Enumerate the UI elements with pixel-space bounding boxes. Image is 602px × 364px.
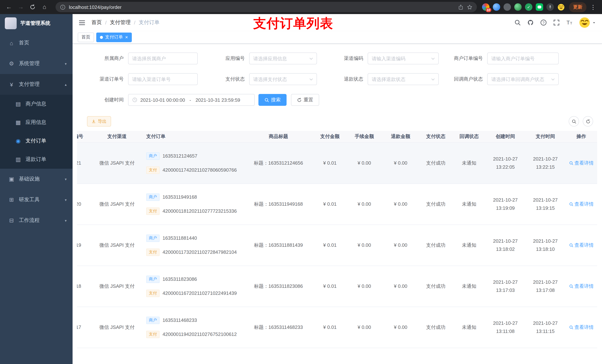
sidebar-item-merchant-info[interactable]: ▤商户信息	[0, 95, 73, 113]
check-extension-icon[interactable]: ✓	[525, 3, 532, 11]
table-row: 17微信 JSAPI 支付商户1635311468233支付4200001194…	[77, 307, 597, 348]
cell-channel: 微信 JSAPI 支付	[91, 142, 142, 184]
colorful-extension-icon[interactable]: 10	[482, 3, 489, 11]
cell-created: 2021-10-2713:17:03	[485, 266, 525, 307]
app-no-field[interactable]	[253, 56, 313, 61]
bookmark-star-icon[interactable]	[467, 4, 473, 10]
user-avatar[interactable]	[579, 17, 596, 28]
breadcrumb-home[interactable]: 首页	[91, 19, 102, 26]
site-info-icon[interactable]	[60, 4, 65, 10]
refund-status-select[interactable]	[368, 73, 439, 85]
workflow-icon: ⊟	[8, 217, 15, 224]
cell-channel: 微信 JSAPI 支付	[91, 184, 142, 225]
view-detail-link[interactable]: 查看详情	[569, 201, 594, 207]
channel-code-field[interactable]	[372, 56, 435, 61]
view-detail-link[interactable]: 查看详情	[569, 283, 594, 290]
avatar-emoji-icon	[579, 17, 590, 28]
view-detail-link[interactable]: 查看详情	[569, 242, 594, 248]
help-icon[interactable]	[540, 19, 547, 26]
merchant-order-no-field[interactable]	[491, 56, 555, 61]
cell-paid: 2021-10-2713:22:15	[525, 142, 565, 184]
github-icon[interactable]	[527, 19, 534, 26]
table-row: 20微信 JSAPI 支付商户1635311949168支付4200001181…	[77, 184, 597, 225]
sidebar-item-pay-order[interactable]: ◉支付订单	[0, 132, 73, 150]
channel-order-no-label: 渠道订单号	[77, 73, 128, 85]
view-detail-link[interactable]: 查看详情	[569, 160, 594, 166]
font-size-icon[interactable]	[566, 19, 573, 26]
create-time-range-input[interactable]: 2021-10-01 00:00:00 - 2021-10-31 23:59:5…	[128, 94, 255, 106]
export-button[interactable]: 导出	[87, 116, 111, 126]
orders-table-wrap: 编号支付渠道支付订单商品标题支付金额手续金额退款金额支付状态回调状态创建时间支付…	[77, 131, 598, 364]
cell-refund: ¥ 0.00	[382, 184, 419, 225]
app-logo[interactable]: 芋道管理系统	[0, 14, 73, 32]
date-end-value: 2021-10-31 23:59:59	[195, 97, 240, 103]
view-tab-home[interactable]: 首页	[78, 32, 94, 42]
sidebar-item-system[interactable]: ⚙系统管理▾	[0, 53, 73, 74]
sidebar-item-workflow[interactable]: ⊟工作流程▾	[0, 210, 73, 231]
channel-code-label: 渠道编码	[317, 52, 368, 64]
tab-close-icon[interactable]: ×	[125, 35, 128, 40]
url-text: localhost:1024/pay/order	[69, 4, 122, 10]
sidebar-item-payment[interactable]: ¥支付管理▴	[0, 74, 73, 95]
cell-title: 标题：1635311823086	[243, 266, 314, 307]
merchant-input[interactable]	[128, 52, 198, 64]
drop-extension-icon[interactable]	[493, 3, 500, 11]
green-extension-icon[interactable]	[514, 3, 522, 11]
sidebar-item-refund-order[interactable]: ▥退款订单	[0, 150, 73, 169]
address-bar[interactable]: localhost:1024/pay/order	[55, 2, 477, 12]
merchant-tag: 商户	[146, 234, 160, 242]
pay-status-field[interactable]	[253, 76, 313, 82]
sidebar-item-devtools[interactable]: ⊞研发工具▾	[0, 189, 73, 210]
pay-status-select[interactable]	[249, 73, 317, 85]
breadcrumb-pay-manage[interactable]: 支付管理	[110, 19, 131, 26]
refresh-table-button[interactable]	[583, 116, 593, 126]
notify-status-select[interactable]	[487, 73, 559, 85]
cell-status: 支付成功	[419, 266, 453, 307]
toolbar-right	[569, 116, 593, 126]
browser-menu-icon[interactable]: ⋮	[588, 3, 598, 10]
merchant-order-no-input[interactable]	[487, 52, 559, 64]
forward-icon[interactable]: →	[16, 2, 26, 12]
cell-notify: 未通知	[453, 225, 485, 266]
table-toolbar: 导出	[77, 116, 598, 126]
search-button[interactable]: 搜索	[258, 94, 287, 106]
channel-order-no-field[interactable]	[132, 76, 194, 82]
sidebar-toggle-icon[interactable]	[78, 19, 86, 26]
chevron-down-icon	[309, 56, 314, 61]
merchant-tag: 商户	[146, 275, 160, 283]
refund-status-field[interactable]	[372, 76, 435, 82]
app-no-select[interactable]	[249, 52, 317, 64]
browser-update-button[interactable]: 更新	[569, 2, 586, 12]
sidebar-item-app-info[interactable]: ▦应用信息	[0, 113, 73, 132]
header-search-icon[interactable]	[514, 19, 521, 26]
browser-home-icon[interactable]: ⌂	[39, 2, 50, 12]
sidebar-item-home[interactable]: ⌂首页	[0, 32, 73, 53]
tab-label: 支付订单	[105, 34, 123, 40]
view-detail-link[interactable]: 查看详情	[569, 324, 594, 331]
channel-order-no-input[interactable]	[128, 73, 198, 85]
toggle-search-button[interactable]	[569, 116, 579, 126]
merchant-field[interactable]	[132, 56, 194, 61]
gray-extension-icon[interactable]	[504, 3, 511, 11]
notify-status-field[interactable]	[491, 76, 555, 82]
cell-order: 商户1635311949168支付42000011812021102777232…	[142, 184, 243, 225]
cell-title: 标题：1635311468233	[243, 307, 314, 348]
face-extension-icon[interactable]	[557, 3, 565, 11]
sidebar-item-infra[interactable]: ▣基础设施▾	[0, 169, 73, 189]
cell-paid: 2021-10-2713:19:15	[525, 184, 565, 225]
notify-status-label: 回调商户状态	[439, 73, 487, 85]
reload-icon[interactable]	[27, 2, 38, 12]
channel-code-select[interactable]	[368, 52, 439, 64]
column-header: 创建时间	[485, 131, 525, 142]
pin-extension-icon[interactable]	[547, 3, 554, 11]
cell-fee: ¥ 0.00	[346, 307, 382, 348]
back-icon[interactable]: ←	[4, 2, 14, 12]
share-icon[interactable]	[458, 4, 463, 10]
reset-button[interactable]: 重置	[291, 94, 319, 106]
view-tab-pay-order[interactable]: 支付订单×	[96, 32, 132, 42]
fullscreen-icon[interactable]	[553, 19, 560, 26]
sidebar-item-label: 商户信息	[26, 101, 46, 107]
browser-chrome: ← → ⌂ localhost:1024/pay/order 10 ✓ 更新 ⋮	[0, 0, 602, 14]
chat-extension-icon[interactable]	[536, 3, 543, 11]
pay-tag: 支付	[146, 248, 160, 256]
